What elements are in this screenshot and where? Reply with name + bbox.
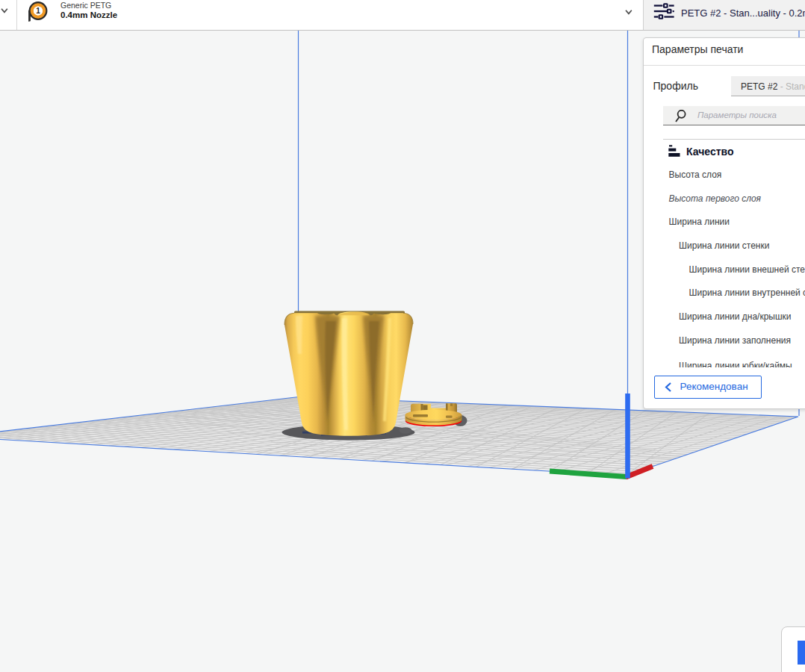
svg-text:1: 1 xyxy=(36,7,40,15)
